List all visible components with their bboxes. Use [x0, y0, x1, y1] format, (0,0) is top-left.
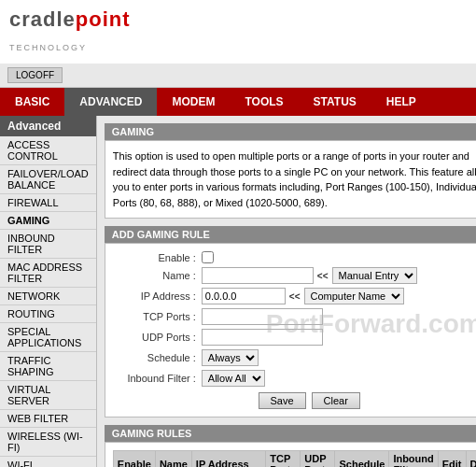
col-schedule: Schedule	[335, 451, 389, 468]
col-inbound: Inbound Filter	[389, 451, 438, 468]
logo: cradlepoint TECHNOLOGY	[9, 7, 131, 56]
gaming-rules-table: Enable Name IP Address TCP Ports UDP Por…	[113, 450, 476, 467]
sidebar-item-network[interactable]: NETWORK	[0, 288, 96, 305]
tcp-row: TCP Ports :	[113, 308, 476, 325]
udp-label: UDP Ports :	[113, 332, 202, 343]
sidebar-item-access-control[interactable]: ACCESS CONTROL	[0, 136, 96, 165]
sidebar-item-gaming[interactable]: GAMING	[0, 212, 96, 230]
sidebar-item-inbound-filter[interactable]: INBOUND FILTER	[0, 230, 96, 259]
nav-basic[interactable]: BASIC	[0, 88, 64, 116]
ip-arrow: <<	[289, 291, 301, 302]
content-wrapper: PortForward.com GAMING This option is us…	[105, 123, 476, 467]
udp-input[interactable]	[202, 329, 323, 346]
tcp-field	[202, 308, 323, 325]
ip-row: IP Address : << Computer Name	[113, 288, 476, 304]
name-row: Name : << Manual Entry	[113, 267, 476, 284]
inbound-filter-field: Allow All	[202, 370, 265, 387]
name-field: << Manual Entry	[202, 267, 417, 284]
col-edit: Edit	[438, 451, 466, 468]
gaming-section-body: This option is used to open multiple por…	[105, 140, 476, 219]
schedule-dropdown[interactable]: Always	[202, 349, 259, 366]
col-name: Name	[155, 451, 191, 468]
schedule-field: Always	[202, 349, 259, 366]
sidebar-item-traffic-shaping[interactable]: TRAFFIC SHAPING	[0, 352, 96, 381]
content: PortForward.com GAMING This option is us…	[97, 116, 476, 467]
inbound-filter-label: Inbound Filter :	[113, 373, 202, 384]
name-label: Name :	[113, 270, 202, 281]
nav-status[interactable]: STATUS	[299, 88, 371, 116]
udp-field	[202, 329, 323, 346]
gaming-rules-body: Enable Name IP Address TCP Ports UDP Por…	[105, 442, 476, 467]
nav-help[interactable]: HELP	[371, 88, 431, 116]
tcp-label: TCP Ports :	[113, 311, 202, 322]
logoff-button[interactable]: LOGOFF	[7, 67, 63, 83]
enable-field	[202, 251, 214, 263]
udp-row: UDP Ports :	[113, 329, 476, 346]
nav-bar: BASIC ADVANCED MODEM TOOLS STATUS HELP	[0, 88, 476, 116]
gaming-description: This option is used to open multiple por…	[113, 149, 476, 210]
col-ip: IP Address	[191, 451, 265, 468]
sidebar-item-failover[interactable]: FAILOVER/LOAD BALANCE	[0, 165, 96, 194]
ip-label: IP Address :	[113, 290, 202, 302]
nav-tools[interactable]: TOOLS	[230, 88, 298, 116]
sidebar-item-virtual-server[interactable]: VIRTUAL SERVER	[0, 381, 96, 410]
sidebar-item-firewall[interactable]: FIREWALL	[0, 194, 96, 212]
save-button[interactable]: Save	[259, 392, 306, 409]
col-udp: UDP Ports	[301, 451, 335, 468]
logoff-bar: LOGOFF	[0, 64, 476, 88]
clear-button[interactable]: Clear	[312, 392, 360, 409]
enable-row: Enable :	[113, 251, 476, 263]
form-buttons: Save Clear	[113, 392, 476, 409]
sidebar-item-mac-address-filter[interactable]: MAC ADDRESS FILTER	[0, 259, 96, 288]
add-gaming-rule-header: ADD GAMING RULE	[105, 226, 476, 243]
schedule-row: Schedule : Always	[113, 349, 476, 366]
schedule-label: Schedule :	[113, 352, 202, 363]
sidebar-title: Advanced	[0, 116, 96, 136]
sidebar-item-web-filter[interactable]: WEB FILTER	[0, 410, 96, 428]
main-layout: Advanced ACCESS CONTROL FAILOVER/LOAD BA…	[0, 116, 476, 467]
col-tcp: TCP Ports	[266, 451, 301, 468]
ip-field: << Computer Name	[202, 288, 404, 304]
add-gaming-rule-body: Enable : Name : << Manual Entry	[105, 243, 476, 417]
nav-modem[interactable]: MODEM	[157, 88, 230, 116]
inbound-filter-row: Inbound Filter : Allow All	[113, 370, 476, 387]
col-delete: Delete	[466, 451, 476, 468]
name-input[interactable]	[202, 267, 314, 284]
sidebar-item-wifi-protected[interactable]: WI-FI PROTECTED SETUP	[0, 457, 96, 467]
gaming-section-header: GAMING	[105, 123, 476, 140]
nav-advanced[interactable]: ADVANCED	[64, 88, 157, 116]
name-dropdown[interactable]: Manual Entry	[332, 267, 417, 284]
ip-dropdown[interactable]: Computer Name	[304, 288, 404, 304]
col-enable: Enable	[113, 451, 155, 468]
ip-input[interactable]	[202, 288, 286, 304]
enable-checkbox[interactable]	[202, 251, 214, 263]
sidebar: Advanced ACCESS CONTROL FAILOVER/LOAD BA…	[0, 116, 97, 467]
header: cradlepoint TECHNOLOGY	[0, 0, 476, 64]
gaming-rules-header: GAMING RULES	[105, 425, 476, 442]
sidebar-item-routing[interactable]: ROUTING	[0, 305, 96, 323]
enable-label: Enable :	[113, 252, 202, 263]
sidebar-item-wireless[interactable]: WIRELESS (WI-FI)	[0, 428, 96, 457]
name-arrow: <<	[317, 271, 329, 281]
tcp-input[interactable]	[202, 308, 323, 325]
inbound-filter-dropdown[interactable]: Allow All	[202, 370, 265, 387]
sidebar-item-special-apps[interactable]: SPECIAL APPLICATIONS	[0, 323, 96, 352]
